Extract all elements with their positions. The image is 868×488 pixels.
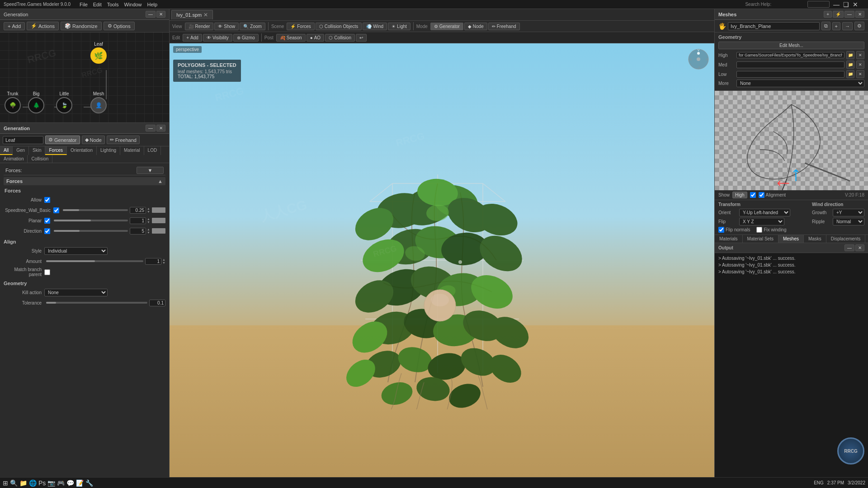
geo-med-input[interactable] [736,61,844,68]
generator-viewport-btn[interactable]: ⚙ Generator [430,23,463,30]
alignment-checkbox[interactable] [759,192,764,198]
viewport-canvas[interactable]: perspective POLYGONS - SELECTED leaf mes… [170,43,714,477]
tab-lighting[interactable]: Lighting [97,146,120,155]
collision-objects-btn[interactable]: ⬡ Collision Objects [316,23,362,30]
start-icon[interactable]: ⊞ [3,479,8,487]
tolerance-slider[interactable] [46,302,147,304]
direction-slider[interactable] [54,230,128,232]
output-collapse-btn[interactable]: — [844,244,854,251]
wall-basic-checkbox[interactable] [53,207,59,213]
tab-animation[interactable]: Animation [0,155,28,163]
geo-high-input[interactable] [736,52,844,58]
direction-value[interactable] [130,228,146,235]
planar-value[interactable] [130,217,146,224]
menu-help[interactable]: Help [147,2,158,7]
options-button[interactable]: ⚙ Options [104,22,135,30]
tab-material-sets[interactable]: Material Sets [743,235,778,243]
node-big[interactable]: Big 🌲 [28,91,44,113]
geo-low-input[interactable] [736,71,844,78]
node-mode-btn[interactable]: ◆ Node [82,136,105,144]
properties-collapse-btn[interactable]: — [146,125,156,131]
orient-select[interactable]: Y-Up Left-handed Y-Up Right-handed Z-Up [739,209,790,216]
geo-med-clear-btn[interactable]: ✕ [856,61,864,69]
tab-forces[interactable]: Forces [45,146,67,155]
direction-checkbox[interactable] [44,228,50,234]
properties-close-btn[interactable]: ✕ [156,125,165,131]
forces-viewport-btn[interactable]: ⚡ Forces [287,23,315,30]
wall-basic-slider[interactable] [63,209,128,211]
amount-value[interactable] [145,258,161,265]
geo-low-clear-btn[interactable]: ✕ [856,70,864,78]
node-leaf[interactable]: Leaf 🌿 [90,42,107,64]
tab-orientation[interactable]: Orientation [67,146,97,155]
ripple-select[interactable]: Normal Ripple Wave [833,218,864,225]
meshes-collapse-btn[interactable]: — [844,11,854,18]
meshes-action-btn[interactable]: ⚡ [833,11,844,18]
add-button[interactable]: + Add [4,22,25,30]
back-btn[interactable]: ↩ [356,34,367,42]
light-btn[interactable]: ☀ Light [388,23,410,30]
tab-materials[interactable]: Materials [715,235,743,243]
output-close-btn[interactable]: ✕ [855,244,864,251]
mesh-delete-btn[interactable]: + [832,22,840,30]
geo-low-folder-btn[interactable]: 📁 [846,70,854,78]
menu-tools[interactable]: Tools [107,2,119,7]
tab-gen[interactable]: Gen [13,146,29,155]
file-tab[interactable]: Ivy_01.spm ✕ [171,10,213,19]
tab-material[interactable]: Material [120,146,144,155]
file-tab-close-icon[interactable]: ✕ [203,12,208,18]
style-select[interactable]: Individual Global None [44,247,108,255]
geo-more-select[interactable]: None [736,80,864,87]
season-btn[interactable]: 🍂 Season [276,34,306,42]
geo-med-folder-btn[interactable]: 📁 [846,61,854,69]
planar-down[interactable]: ▼ [147,221,150,224]
taskbar-app5-icon[interactable]: 🔧 [85,479,93,487]
freehand-mode-btn[interactable]: ✏ Freehand [107,136,140,144]
gizmo-btn[interactable]: ⊕ Gizmo [233,34,259,42]
search-field[interactable] [3,136,43,144]
wall-basic-down[interactable]: ▼ [147,210,150,213]
tab-skin[interactable]: Skin [29,146,45,155]
search-help-input-area[interactable] [807,1,830,8]
taskbar-search-icon[interactable]: 🔍 [10,479,18,487]
wall-basic-value[interactable] [130,207,146,214]
taskbar-app2-icon[interactable]: 🎮 [57,479,65,487]
generator-mode-btn[interactable]: ⚙ Generator [45,136,80,144]
add-edit-btn[interactable]: + Add [183,34,202,42]
generation-close-btn[interactable]: ✕ [156,11,165,18]
window-close[interactable]: ✕ [853,1,858,8]
tab-masks[interactable]: Masks [804,235,826,243]
geo-high-folder-btn[interactable]: 📁 [846,51,854,59]
tab-displacements[interactable]: Displacements [826,235,866,243]
taskbar-app1-icon[interactable]: 📷 [47,479,55,487]
node-trunk[interactable]: Trunk 🌳 [5,91,21,113]
node-viewport-btn[interactable]: ◆ Node [464,23,487,30]
window-restore[interactable]: ❑ [843,1,849,8]
menu-window[interactable]: Window [124,2,142,7]
tab-all[interactable]: All [0,146,13,155]
direction-up[interactable]: ▲ [147,228,150,231]
high-show-checkbox[interactable] [750,192,756,198]
forces-collapse-btn[interactable]: ▼ [137,167,164,174]
tab-lod[interactable]: LOD [144,146,161,155]
planar-checkbox[interactable] [44,218,50,224]
mesh-copy-btn[interactable]: ⧉ [821,22,830,30]
menu-file[interactable]: File [80,2,88,7]
mesh-settings-btn[interactable]: ⚙ [854,22,864,30]
node-mesh[interactable]: Mesh 👤 [90,91,107,113]
fix-winding-checkbox[interactable] [756,227,762,233]
window-min[interactable]: — [833,1,840,8]
meshes-add-btn[interactable]: + [824,11,832,18]
amount-up[interactable]: ▲ [162,258,165,261]
flip-normals-checkbox[interactable] [718,227,724,233]
node-little[interactable]: Little 🍃 [56,91,72,113]
render-btn[interactable]: 🎥 Render [185,23,214,30]
taskbar-browser-icon[interactable]: 🌐 [29,479,37,487]
high-badge-btn[interactable]: High [732,192,747,198]
allow-checkbox[interactable] [44,197,50,203]
wind-btn[interactable]: 💨 Wind [363,23,387,30]
menu-edit[interactable]: Edit [93,2,102,7]
wall-basic-up[interactable]: ▲ [147,207,150,210]
tab-collision[interactable]: Collision [28,155,52,163]
taskbar-app3-icon[interactable]: 💬 [66,479,74,487]
